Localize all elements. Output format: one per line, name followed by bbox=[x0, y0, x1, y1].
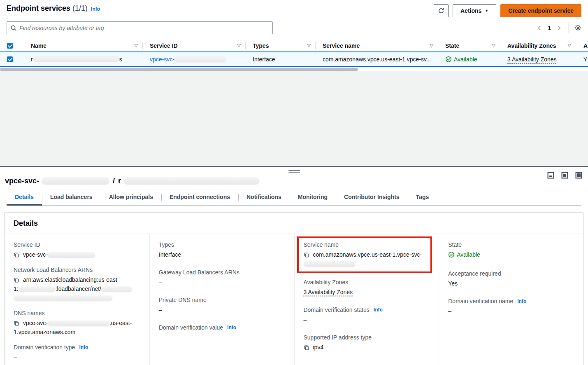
actions-button[interactable]: Actions ▼ bbox=[453, 4, 496, 17]
split-panel: vpce-svc- / r Details Load balancers All… bbox=[0, 166, 588, 365]
field-label: Service name bbox=[304, 241, 339, 248]
tab-details[interactable]: Details bbox=[7, 191, 42, 206]
field-label: Types bbox=[159, 241, 174, 248]
field-domain-verification-type: Domain verification type Info – bbox=[14, 344, 139, 362]
copy-icon[interactable] bbox=[14, 321, 19, 326]
copy-icon[interactable] bbox=[14, 252, 19, 258]
copy-icon[interactable] bbox=[304, 345, 309, 351]
filter-icon[interactable]: ▽ bbox=[237, 43, 241, 48]
title-service-id-prefix: vpce-svc- bbox=[5, 177, 39, 185]
search-box[interactable] bbox=[7, 21, 273, 34]
redacted-text bbox=[19, 287, 56, 292]
filter-icon[interactable]: ▽ bbox=[492, 43, 495, 48]
service-id-prefix: vpce-svc- bbox=[150, 56, 174, 63]
tab-contributor-insights[interactable]: Contributor Insights bbox=[336, 191, 408, 205]
row-types: Interface bbox=[253, 56, 275, 63]
column-header-availability-zones[interactable]: Availability Zones bbox=[507, 42, 556, 49]
field-dns-names: DNS names vpce-svc-.us-east- 1.vpce.amaz… bbox=[14, 310, 139, 337]
vpc-endpoint-services-page: Endpoint services (1/1) Info Actions ▼ C… bbox=[0, 0, 588, 365]
redacted-text bbox=[101, 287, 132, 292]
info-link[interactable]: Info bbox=[91, 6, 100, 12]
redacted-name bbox=[33, 56, 119, 62]
row-name-prefix: r bbox=[31, 56, 33, 63]
field-domain-verification-value: Domain verification value Info – bbox=[159, 324, 284, 342]
field-types: Types Interface bbox=[159, 241, 284, 259]
column-header-service-name[interactable]: Service name bbox=[323, 42, 360, 49]
tab-monitoring[interactable]: Monitoring bbox=[290, 191, 336, 205]
filter-icon[interactable]: ▽ bbox=[568, 43, 571, 48]
field-label: Domain verification status bbox=[304, 307, 370, 313]
panel-title-row: Endpoint services (1/1) Info Actions ▼ C… bbox=[0, 4, 588, 17]
field-private-dns-name: Private DNS name – bbox=[159, 297, 284, 314]
refresh-icon bbox=[438, 7, 444, 14]
row-checkbox[interactable] bbox=[7, 56, 13, 62]
field-label: Gateway Load Balancers ARNs bbox=[159, 269, 239, 276]
column-header-state[interactable]: State bbox=[445, 42, 459, 49]
panel-size-large-button[interactable] bbox=[575, 172, 582, 179]
service-id-link[interactable]: vpce-svc- bbox=[150, 56, 226, 63]
field-service-id: Service ID vpce-svc- bbox=[14, 241, 139, 259]
field-supported-ip-type: Supported IP address type ipv4 bbox=[304, 334, 429, 352]
split-panel-title: vpce-svc- / r bbox=[0, 173, 588, 185]
scrollbar-thumb[interactable] bbox=[0, 68, 358, 71]
nlb-arn-line2-prefix: 1: bbox=[14, 285, 19, 292]
column-header-types[interactable]: Types bbox=[253, 42, 269, 49]
info-link[interactable]: Info bbox=[374, 307, 383, 313]
copy-icon[interactable] bbox=[14, 277, 19, 283]
filter-icon[interactable]: ▽ bbox=[430, 43, 433, 48]
info-link[interactable]: Info bbox=[227, 325, 236, 330]
details-column-1: Service ID vpce-svc- Network Load Balanc… bbox=[5, 234, 149, 365]
available-check-icon bbox=[448, 251, 455, 258]
tab-notifications[interactable]: Notifications bbox=[238, 191, 290, 205]
horizontal-scrollbar[interactable] bbox=[0, 68, 588, 71]
caret-down-icon: ▼ bbox=[485, 9, 488, 13]
search-icon bbox=[10, 25, 17, 31]
field-value: ipv4 bbox=[313, 344, 324, 351]
page-title-text: Endpoint services bbox=[7, 4, 70, 12]
split-panel-drag-handle[interactable] bbox=[288, 170, 300, 173]
availability-zones-popover-link[interactable]: 3 Availability Zones bbox=[304, 289, 353, 295]
service-id-value-prefix: vpce-svc- bbox=[23, 251, 48, 258]
copy-icon[interactable] bbox=[304, 252, 309, 258]
field-label: Domain verification name bbox=[448, 298, 513, 304]
panel-size-small-button[interactable] bbox=[547, 172, 554, 179]
create-endpoint-service-button[interactable]: Create endpoint service bbox=[500, 4, 581, 17]
info-link[interactable]: Info bbox=[517, 298, 526, 304]
panel-size-medium-button[interactable] bbox=[561, 172, 568, 179]
field-acceptance-required: Acceptance required Yes bbox=[448, 270, 574, 288]
redacted-text bbox=[48, 253, 95, 258]
refresh-button[interactable] bbox=[434, 4, 449, 17]
page-title: Endpoint services (1/1) bbox=[7, 4, 88, 13]
field-label: State bbox=[448, 241, 462, 248]
previous-page-button[interactable] bbox=[536, 25, 543, 31]
tab-allow-principals[interactable]: Allow principals bbox=[101, 191, 161, 205]
table-header-row: Name▽ Service ID▽ Types▽ Service name▽ S… bbox=[0, 40, 588, 51]
column-header-service-id[interactable]: Service ID bbox=[150, 42, 178, 49]
tab-endpoint-connections[interactable]: Endpoint connections bbox=[161, 191, 238, 205]
field-label: Domain verification value bbox=[159, 324, 223, 331]
redacted-text bbox=[304, 262, 355, 267]
next-page-button[interactable] bbox=[556, 25, 562, 31]
select-all-checkbox[interactable] bbox=[7, 43, 13, 49]
filter-icon[interactable]: ▽ bbox=[135, 43, 138, 48]
field-gateway-lb-arns: Gateway Load Balancers ARNs – bbox=[159, 269, 284, 287]
column-header-acceptance-partial: A bbox=[583, 42, 588, 49]
field-state: State Available bbox=[448, 241, 574, 260]
details-column-3: Service name com.amazonaws.vpce.us-east-… bbox=[294, 234, 439, 365]
current-page[interactable]: 1 bbox=[547, 25, 552, 31]
info-link[interactable]: Info bbox=[79, 344, 88, 350]
search-input[interactable] bbox=[19, 25, 269, 31]
details-card-title: Details bbox=[5, 213, 583, 234]
field-domain-verification-status: Domain verification status Info – bbox=[304, 307, 429, 324]
availability-zones-popover-link[interactable]: 3 Availability Zones bbox=[507, 56, 557, 63]
tab-tags[interactable]: Tags bbox=[408, 191, 437, 205]
field-value: – bbox=[448, 308, 451, 314]
column-header-name[interactable]: Name bbox=[31, 42, 46, 49]
title-separator: / bbox=[113, 177, 115, 185]
table-row[interactable]: r s vpce-svc- Interface com.amazonaws.vp… bbox=[0, 51, 588, 67]
preferences-button[interactable] bbox=[574, 24, 581, 31]
filter-icon[interactable]: ▽ bbox=[307, 43, 311, 48]
tab-load-balancers[interactable]: Load balancers bbox=[42, 191, 101, 205]
field-label: DNS names bbox=[14, 310, 44, 316]
gear-icon bbox=[574, 24, 581, 31]
